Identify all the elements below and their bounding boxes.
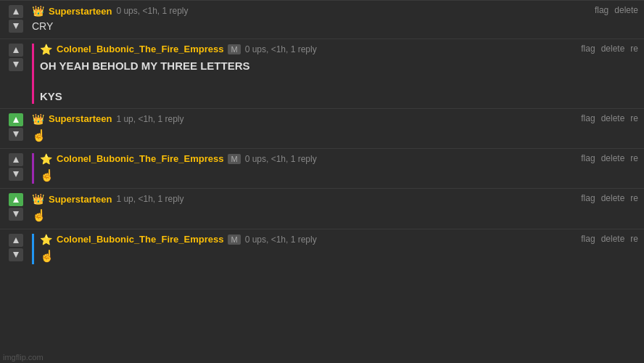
downvote-button[interactable] <box>9 208 23 221</box>
finger-emoji: ☝️ <box>32 129 46 142</box>
gender-badge: M <box>228 154 240 164</box>
upvote-button[interactable] <box>9 113 23 126</box>
footer-logo: imgflip.com <box>3 353 44 362</box>
comment-body: ⭐Colonel_Bubonic_The_Fire_EmpressM0 ups,… <box>32 153 638 184</box>
svg-marker-2 <box>13 47 19 53</box>
username[interactable]: Superstarteen <box>49 113 112 124</box>
comment-header: ⭐Colonel_Bubonic_The_Fire_EmpressM0 ups,… <box>40 44 638 55</box>
star-icon: ⭐ <box>40 153 52 165</box>
vote-column <box>6 153 26 184</box>
username[interactable]: Colonel_Bubonic_The_Fire_Empress <box>57 153 223 164</box>
comment-block: ⭐Colonel_Bubonic_The_Fire_EmpressM0 ups,… <box>0 148 644 188</box>
comment-body: 👑Superstarteen1 up, <1h, 1 replyflagdele… <box>32 113 638 144</box>
username[interactable]: Superstarteen <box>49 6 112 17</box>
comment-block: ⭐Colonel_Bubonic_The_Fire_EmpressM0 ups,… <box>0 229 644 269</box>
comment-text: OH YEAH BEHOLD MY THREE LETTERSKYS <box>40 58 638 104</box>
flag-link[interactable]: flag <box>581 193 595 203</box>
downvote-button[interactable] <box>9 58 23 71</box>
star-icon: ⭐ <box>40 234 52 245</box>
comment-text: ☝️ <box>32 208 638 224</box>
comment-header: 👑Superstarteen1 up, <1h, 1 replyflagdele… <box>32 113 638 125</box>
svg-marker-9 <box>13 211 19 217</box>
action-links: flagdeletere <box>581 234 638 244</box>
action-links: flagdeletere <box>581 113 638 123</box>
action-links: flagdeletere <box>581 44 638 54</box>
vote-column <box>6 193 26 224</box>
upvote-button[interactable] <box>9 44 23 57</box>
upvote-button[interactable] <box>9 193 23 206</box>
username[interactable]: Colonel_Bubonic_The_Fire_Empress <box>57 44 223 54</box>
re-link[interactable]: re <box>630 44 638 54</box>
svg-marker-1 <box>13 23 19 29</box>
re-link[interactable]: re <box>630 153 638 163</box>
svg-marker-10 <box>13 237 19 243</box>
downvote-button[interactable] <box>9 20 23 33</box>
comment-block: 👑Superstarteen1 up, <1h, 1 replyflagdele… <box>0 108 644 148</box>
svg-marker-5 <box>13 131 19 137</box>
comment-block: 👑Superstarteen1 up, <1h, 1 replyflagdele… <box>0 188 644 228</box>
comment-body: ⭐Colonel_Bubonic_The_Fire_EmpressM0 ups,… <box>32 234 638 264</box>
svg-marker-3 <box>13 62 19 68</box>
comment-block: ⭐Colonel_Bubonic_The_Fire_EmpressM0 ups,… <box>0 38 644 108</box>
gender-badge: M <box>228 44 240 54</box>
flag-link[interactable]: flag <box>581 234 595 244</box>
comment-body: 👑Superstarteen0 ups, <1h, 1 replyflagdel… <box>32 5 638 34</box>
action-links: flagdelete <box>595 5 638 15</box>
comment-text: CRY <box>32 20 638 34</box>
delete-link[interactable]: delete <box>601 193 625 203</box>
flag-link[interactable]: flag <box>581 153 595 163</box>
star-icon: ⭐ <box>40 44 52 55</box>
vote-column <box>6 234 26 264</box>
svg-marker-4 <box>13 117 19 123</box>
svg-marker-8 <box>13 197 19 203</box>
crown-icon: 👑 <box>32 5 44 17</box>
comment-body: ⭐Colonel_Bubonic_The_Fire_EmpressM0 ups,… <box>32 44 638 104</box>
downvote-button[interactable] <box>9 248 23 261</box>
vote-column <box>6 44 26 104</box>
svg-marker-6 <box>13 157 19 163</box>
upvote-button[interactable] <box>9 153 23 166</box>
re-link[interactable]: re <box>630 193 638 203</box>
re-link[interactable]: re <box>630 234 638 244</box>
finger-emoji: ☝️ <box>40 169 54 182</box>
finger-emoji: ☝️ <box>40 250 54 262</box>
comment-meta: 0 ups, <1h, 1 reply <box>245 234 317 245</box>
flag-link[interactable]: flag <box>595 5 608 15</box>
svg-marker-0 <box>13 9 19 15</box>
delete-link[interactable]: delete <box>614 5 638 15</box>
comment-text: ☝️ <box>40 168 638 184</box>
comment-header: ⭐Colonel_Bubonic_The_Fire_EmpressM0 ups,… <box>40 153 638 165</box>
delete-link[interactable]: delete <box>601 153 625 163</box>
re-link[interactable]: re <box>630 113 638 123</box>
action-links: flagdeletere <box>581 193 638 203</box>
action-links: flagdeletere <box>581 153 638 163</box>
comment-header: 👑Superstarteen0 ups, <1h, 1 replyflagdel… <box>32 5 638 17</box>
username[interactable]: Superstarteen <box>49 194 112 205</box>
svg-marker-11 <box>13 252 19 258</box>
comment-body: 👑Superstarteen1 up, <1h, 1 replyflagdele… <box>32 193 638 224</box>
comment-meta: 1 up, <1h, 1 reply <box>116 114 183 124</box>
comment-text: ☝️ <box>32 128 638 144</box>
flag-link[interactable]: flag <box>581 113 595 123</box>
delete-link[interactable]: delete <box>601 44 625 54</box>
comment-header: 👑Superstarteen1 up, <1h, 1 replyflagdele… <box>32 193 638 205</box>
upvote-button[interactable] <box>9 5 23 18</box>
crown-icon: 👑 <box>32 193 44 205</box>
delete-link[interactable]: delete <box>601 113 625 123</box>
downvote-button[interactable] <box>9 128 23 141</box>
vote-column <box>6 113 26 144</box>
upvote-button[interactable] <box>9 234 23 247</box>
comment-meta: 0 ups, <1h, 1 reply <box>245 154 317 164</box>
crown-icon: 👑 <box>32 113 44 125</box>
vote-column <box>6 5 26 34</box>
username[interactable]: Colonel_Bubonic_The_Fire_Empress <box>57 234 223 245</box>
comment-meta: 1 up, <1h, 1 reply <box>116 194 183 204</box>
downvote-button[interactable] <box>9 168 23 181</box>
comment-meta: 0 ups, <1h, 1 reply <box>116 6 188 16</box>
comment-text: ☝️ <box>40 248 638 264</box>
flag-link[interactable]: flag <box>581 44 595 54</box>
finger-emoji: ☝️ <box>32 209 46 221</box>
gender-badge: M <box>228 234 240 245</box>
delete-link[interactable]: delete <box>601 234 625 244</box>
svg-marker-7 <box>13 171 19 177</box>
